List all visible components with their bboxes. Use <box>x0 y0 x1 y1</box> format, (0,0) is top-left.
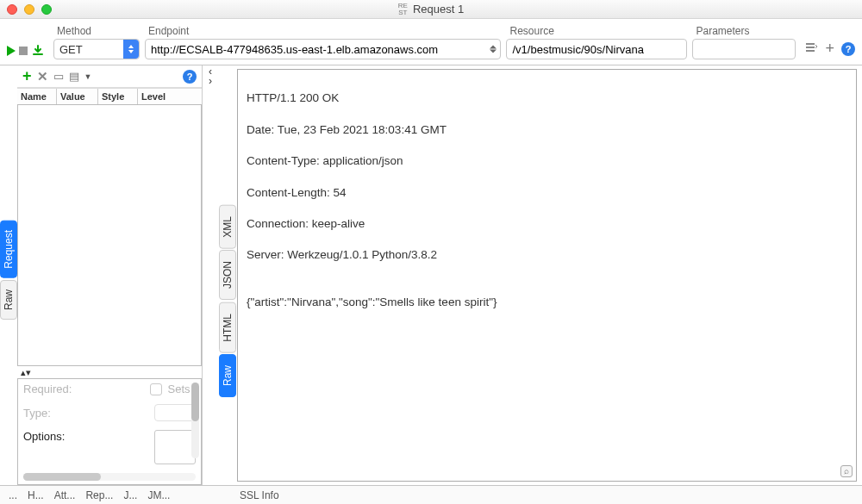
rest-icon: REST <box>398 3 408 16</box>
method-label: Method <box>53 25 140 37</box>
help-icon[interactable]: ? <box>841 42 855 56</box>
scrollbar-vertical[interactable] <box>191 383 199 458</box>
param-tool-2-icon[interactable]: ▤ <box>69 70 79 83</box>
response-line: {"artist":"Nirvana","song":"Smells like … <box>247 295 847 310</box>
param-tool-1-icon[interactable]: ▭ <box>53 70 64 83</box>
response-line: Connection: keep-alive <box>247 216 847 232</box>
config-icon[interactable] <box>804 40 818 57</box>
params-table-header: Name Value Style Level <box>17 88 202 105</box>
param-details: Required: Sets i Type: Options: <box>17 378 202 485</box>
tab-response-json[interactable]: JSON <box>219 250 236 300</box>
response-line: Content-Type: application/json <box>247 153 847 169</box>
params-panel: + ✕ ▭ ▤ ▼ ? Name Value Style Level ▴▾ Re… <box>17 65 203 485</box>
select-arrows-icon <box>123 40 139 59</box>
add-icon[interactable]: + <box>825 40 834 58</box>
endpoint-input[interactable] <box>151 43 495 56</box>
main-area: Request Raw + ✕ ▭ ▤ ▼ ? Name Value Style… <box>0 65 862 485</box>
resource-label: Resource <box>506 25 687 37</box>
options-textarea[interactable] <box>154 430 196 464</box>
tab-response-raw[interactable]: Raw <box>219 354 236 397</box>
tab-response-xml[interactable]: XML <box>219 205 236 249</box>
svg-rect-2 <box>806 50 815 52</box>
status-tab-3[interactable]: Att... <box>54 489 76 501</box>
response-line: Date: Tue, 23 Feb 2021 18:03:41 GMT <box>247 122 847 138</box>
dropdown-arrows-icon <box>490 46 497 53</box>
tab-request[interactable]: Request <box>0 221 17 278</box>
resource-input[interactable] <box>512 43 681 56</box>
col-level[interactable]: Level <box>138 89 202 104</box>
status-tab-5[interactable]: J... <box>123 489 137 501</box>
parameters-field[interactable] <box>692 39 796 59</box>
remove-param-button[interactable]: ✕ <box>37 69 48 84</box>
params-help-icon[interactable]: ? <box>183 70 197 84</box>
panel-splitter[interactable]: ▴▾ <box>17 366 202 378</box>
tab-raw-request[interactable]: Raw <box>0 280 17 320</box>
type-input[interactable] <box>154 404 196 421</box>
resource-field[interactable] <box>506 39 687 59</box>
horizontal-splitter[interactable]: ‹ › <box>203 65 218 485</box>
svg-rect-0 <box>806 43 815 45</box>
response-line: Content-Length: 54 <box>247 185 847 201</box>
method-select[interactable]: GET <box>53 39 140 59</box>
parameters-label: Parameters <box>692 25 796 37</box>
endpoint-label: Endpoint <box>145 25 501 37</box>
response-line: Server: Werkzeug/1.0.1 Python/3.8.2 <box>247 247 847 263</box>
options-label: Options: <box>23 430 65 443</box>
advanced-run-button[interactable] <box>31 44 45 58</box>
endpoint-combobox[interactable] <box>145 39 501 59</box>
col-style[interactable]: Style <box>98 89 138 104</box>
status-tab-1[interactable]: ... <box>9 489 17 501</box>
request-toolbar: Method GET Endpoint Resource Parameters <box>0 19 862 65</box>
params-table-body[interactable] <box>17 105 202 366</box>
response-line: HTTP/1.1 200 OK <box>247 90 847 106</box>
parameters-input[interactable] <box>698 43 790 56</box>
stop-button[interactable] <box>19 47 28 55</box>
type-label: Type: <box>23 407 51 420</box>
status-tab-2[interactable]: H... <box>28 489 44 501</box>
add-param-button[interactable]: + <box>22 67 32 85</box>
tab-response-html[interactable]: HTML <box>219 302 236 353</box>
response-raw-viewer[interactable]: HTTP/1.1 200 OK Date: Tue, 23 Feb 2021 1… <box>237 69 857 482</box>
response-panel: XML JSON HTML Raw HTTP/1.1 200 OK Date: … <box>218 65 862 485</box>
svg-rect-1 <box>806 47 815 48</box>
run-button[interactable] <box>7 46 16 56</box>
col-name[interactable]: Name <box>17 89 57 104</box>
window-titlebar: REST Request 1 <box>0 0 862 19</box>
status-bar: ... H... Att... Rep... J... JM... SSL In… <box>0 485 862 504</box>
window-title: Request 1 <box>413 3 464 16</box>
param-tool-dropdown-icon[interactable]: ▼ <box>84 72 92 81</box>
chevron-right-icon: › <box>209 77 212 85</box>
col-value[interactable]: Value <box>57 89 98 104</box>
status-ssl-info[interactable]: SSL Info <box>240 489 279 501</box>
status-tab-4[interactable]: Rep... <box>85 489 113 501</box>
status-tab-6[interactable]: JM... <box>147 489 170 501</box>
method-value: GET <box>59 43 83 56</box>
scrollbar-horizontal[interactable] <box>23 473 196 481</box>
required-label: Required: <box>23 383 72 395</box>
search-in-response-button[interactable]: ⌕ <box>840 465 853 477</box>
required-checkbox[interactable] <box>150 383 162 395</box>
